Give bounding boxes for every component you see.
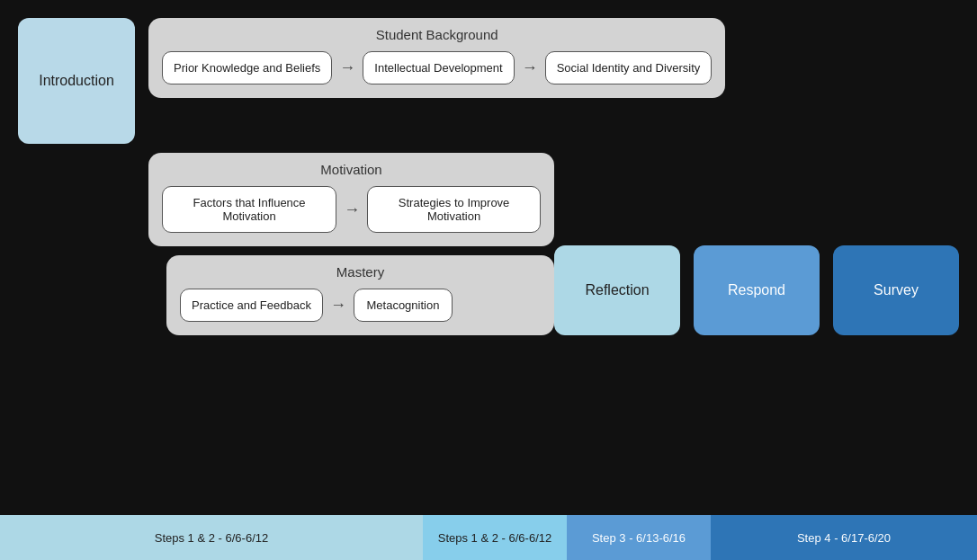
mastery-inner: Practice and Feedback → Metacognition bbox=[180, 289, 541, 322]
bottom-seg-3: Step 3 - 6/13-6/16 bbox=[567, 515, 711, 560]
arrow-3: → bbox=[344, 200, 360, 219]
arrow-2: → bbox=[522, 58, 538, 77]
motivation-inner: Factors that Influence Motivation → Stra… bbox=[162, 186, 541, 233]
student-background-inner: Prior Knowledge and Beliefs → Intellectu… bbox=[162, 51, 712, 84]
mastery-group: Mastery Practice and Feedback → Metacogn… bbox=[166, 255, 554, 335]
row2: Motivation Factors that Influence Motiva… bbox=[18, 153, 959, 335]
social-identity-box[interactable]: Social Identity and Diversity bbox=[545, 51, 713, 84]
respond-box[interactable]: Respond bbox=[694, 245, 820, 335]
bottom-seg-2: Steps 1 & 2 - 6/6-6/12 bbox=[423, 515, 567, 560]
factors-motivation-box[interactable]: Factors that Influence Motivation bbox=[162, 186, 336, 233]
arrow-1: → bbox=[339, 58, 355, 77]
survey-box[interactable]: Survey bbox=[833, 245, 959, 335]
page-layout: Introduction Student Background Prior Kn… bbox=[18, 18, 959, 506]
intellectual-dev-box[interactable]: Intellectual Development bbox=[363, 51, 514, 84]
metacognition-box[interactable]: Metacognition bbox=[354, 289, 453, 322]
reflection-box[interactable]: Reflection bbox=[554, 245, 680, 335]
bottom-bar: Steps 1 & 2 - 6/6-6/12 Steps 1 & 2 - 6/6… bbox=[0, 515, 977, 560]
main-area: Introduction Student Background Prior Kn… bbox=[0, 0, 977, 515]
mastery-label: Mastery bbox=[180, 264, 541, 280]
student-background-label: Student Background bbox=[162, 27, 712, 42]
intro-box[interactable]: Introduction bbox=[18, 18, 135, 144]
arrow-4: → bbox=[330, 296, 346, 315]
motivation-group: Motivation Factors that Influence Motiva… bbox=[148, 153, 554, 246]
strategies-motivation-box[interactable]: Strategies to Improve Motivation bbox=[367, 186, 541, 233]
student-background-group: Student Background Prior Knowledge and B… bbox=[148, 18, 725, 98]
bottom-seg-1: Steps 1 & 2 - 6/6-6/12 bbox=[0, 515, 423, 560]
bottom-seg-4: Step 4 - 6/17-6/20 bbox=[711, 515, 977, 560]
prior-knowledge-box[interactable]: Prior Knowledge and Beliefs bbox=[162, 51, 332, 84]
motivation-label: Motivation bbox=[162, 162, 541, 177]
practice-feedback-box[interactable]: Practice and Feedback bbox=[180, 289, 323, 322]
row1: Introduction Student Background Prior Kn… bbox=[18, 18, 959, 144]
intro-label: Introduction bbox=[39, 73, 114, 89]
left-groups: Motivation Factors that Influence Motiva… bbox=[18, 153, 554, 335]
right-boxes: Reflection Respond Survey bbox=[554, 245, 959, 335]
